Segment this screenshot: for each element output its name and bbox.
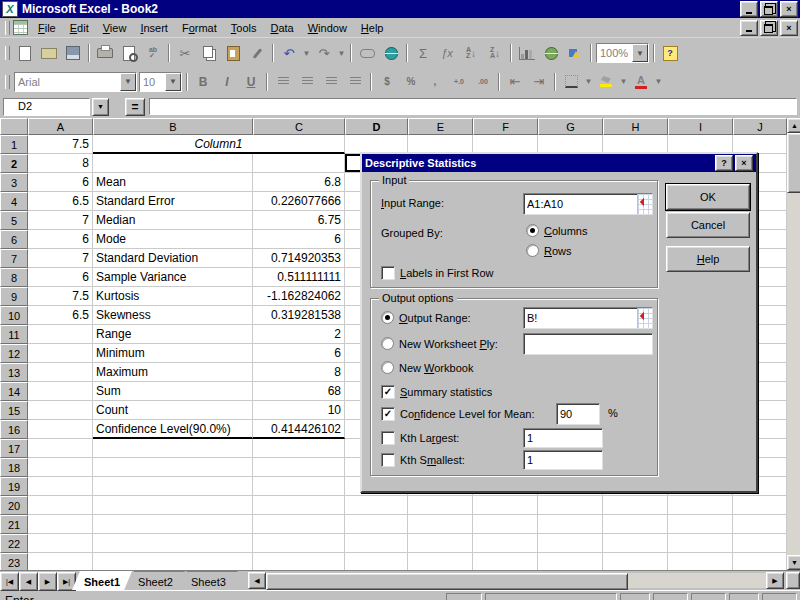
cell-C21[interactable]	[253, 515, 345, 534]
confidence-level-checkbox[interactable]: Confidence Level for Mean:	[381, 407, 535, 421]
row-header-5[interactable]: 5	[0, 211, 28, 230]
paste-button[interactable]	[221, 43, 245, 63]
cell-A19[interactable]	[28, 477, 93, 496]
cell-A17[interactable]	[28, 439, 93, 458]
output-range-input[interactable]	[524, 312, 637, 324]
cell-A3[interactable]: 6	[28, 173, 93, 192]
cell-B22[interactable]	[93, 534, 253, 553]
cell-C18[interactable]	[253, 458, 345, 477]
cell-C14[interactable]: 68	[253, 382, 345, 401]
row-header-1[interactable]: 1	[0, 135, 28, 154]
row-header-22[interactable]: 22	[0, 534, 28, 553]
horizontal-scroll-thumb[interactable]	[266, 573, 628, 590]
redo-dropdown-icon[interactable]: ▼	[336, 43, 347, 63]
comma-button[interactable]: ,	[423, 72, 447, 92]
cell-A8[interactable]: 6	[28, 268, 93, 287]
autosum-button[interactable]: Σ	[411, 43, 435, 63]
row-header-2[interactable]: 2	[0, 154, 28, 173]
cell-B16[interactable]: Confidence Level(90.0%)	[93, 420, 253, 439]
cut-button[interactable]: ✂	[173, 43, 197, 63]
cell-C10[interactable]: 0.319281538	[253, 306, 345, 325]
cell-C3[interactable]: 6.8	[253, 173, 345, 192]
vertical-scroll-track[interactable]	[787, 193, 800, 555]
close-button[interactable]: ×	[780, 1, 798, 17]
save-button[interactable]	[61, 43, 85, 63]
cell-B13[interactable]: Maximum	[93, 363, 253, 382]
cell-B17[interactable]	[93, 439, 253, 458]
increase-decimal-button[interactable]: +.0	[447, 72, 471, 92]
cell-J20[interactable]	[733, 496, 787, 515]
cell-A12[interactable]	[28, 344, 93, 363]
menu-file[interactable]: File	[31, 20, 63, 36]
help-button[interactable]: Help	[666, 246, 750, 272]
cell-B14[interactable]: Sum	[93, 382, 253, 401]
scroll-down-icon[interactable]: ▼	[787, 555, 800, 570]
cell-C11[interactable]: 2	[253, 325, 345, 344]
workbook-minimize-button[interactable]	[740, 20, 758, 36]
cell-G22[interactable]	[538, 534, 603, 553]
ok-button[interactable]: OK	[666, 184, 750, 210]
row-header-6[interactable]: 6	[0, 230, 28, 249]
kth-smallest-input[interactable]	[524, 454, 602, 466]
row-header-8[interactable]: 8	[0, 268, 28, 287]
copy-button[interactable]	[197, 43, 221, 63]
summary-statistics-checkbox[interactable]: Summary statistics	[381, 385, 492, 399]
scroll-left-icon[interactable]: ◀	[248, 572, 266, 589]
cell-A23[interactable]	[28, 553, 93, 570]
cell-B18[interactable]	[93, 458, 253, 477]
cell-B15[interactable]: Count	[93, 401, 253, 420]
cell-C17[interactable]	[253, 439, 345, 458]
column-header-A[interactable]: A	[28, 118, 93, 135]
rows-radio-icon[interactable]	[526, 244, 539, 257]
decrease-decimal-button[interactable]: .00	[471, 72, 495, 92]
confidence-value-field[interactable]	[556, 403, 600, 425]
chart-wizard-button[interactable]	[515, 43, 539, 63]
row-header-23[interactable]: 23	[0, 553, 28, 570]
open-button[interactable]	[37, 43, 61, 63]
row-header-15[interactable]: 15	[0, 401, 28, 420]
paste-function-button[interactable]: ƒx	[435, 43, 459, 63]
kth-smallest-checkbox[interactable]: Kth Smallest:	[381, 453, 465, 467]
vertical-scroll-thumb[interactable]	[787, 133, 800, 193]
workbook-close-button[interactable]: ×	[780, 20, 798, 36]
align-right-button[interactable]	[319, 72, 343, 92]
increase-indent-button[interactable]: ⇥	[527, 72, 551, 92]
cell-C22[interactable]	[253, 534, 345, 553]
cell-J23[interactable]	[733, 553, 787, 570]
columns-radio-icon[interactable]	[526, 224, 539, 237]
cell-C20[interactable]	[253, 496, 345, 515]
row-header-16[interactable]: 16	[0, 420, 28, 439]
cell-I20[interactable]	[668, 496, 733, 515]
cell-C8[interactable]: 0.511111111	[253, 268, 345, 287]
minimize-button[interactable]	[740, 1, 758, 17]
cell-A22[interactable]	[28, 534, 93, 553]
first-sheet-icon[interactable]: |◀	[0, 572, 19, 591]
kth-smallest-field[interactable]	[523, 450, 603, 470]
print-preview-button[interactable]	[117, 43, 141, 63]
row-header-13[interactable]: 13	[0, 363, 28, 382]
horizontal-scrollbar[interactable]: ◀ ▶	[248, 571, 800, 590]
cell-H20[interactable]	[603, 496, 668, 515]
cell-A6[interactable]: 6	[28, 230, 93, 249]
cell-D23[interactable]	[345, 553, 408, 570]
input-range-picker-icon[interactable]	[637, 194, 652, 214]
prev-sheet-icon[interactable]: ◀	[19, 572, 38, 591]
kth-largest-checkbox-icon[interactable]	[381, 431, 395, 445]
labels-checkbox-icon[interactable]	[381, 266, 395, 280]
align-center-button[interactable]	[295, 72, 319, 92]
grouped-by-rows-radio[interactable]: Rows	[526, 244, 572, 257]
cell-D21[interactable]	[345, 515, 408, 534]
cell-A2[interactable]: 8	[28, 154, 93, 173]
insert-hyperlink-button[interactable]	[355, 43, 379, 63]
cell-C7[interactable]: 0.714920353	[253, 249, 345, 268]
dialog-close-icon[interactable]: ×	[735, 155, 753, 171]
cell-D22[interactable]	[345, 534, 408, 553]
web-toolbar-button[interactable]	[379, 43, 403, 63]
cell-E20[interactable]	[408, 496, 473, 515]
row-header-12[interactable]: 12	[0, 344, 28, 363]
cell-H22[interactable]	[603, 534, 668, 553]
decrease-indent-button[interactable]: ⇤	[503, 72, 527, 92]
output-range-field[interactable]	[523, 307, 653, 329]
cell-A10[interactable]: 6.5	[28, 306, 93, 325]
new-worksheet-input[interactable]	[524, 338, 652, 350]
